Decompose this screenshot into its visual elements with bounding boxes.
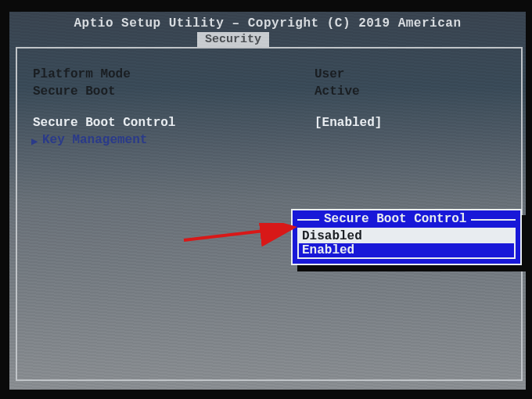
popup-title: Secure Boot Control <box>319 212 471 226</box>
tab-security[interactable]: Security <box>197 32 269 47</box>
tab-row: Security <box>9 32 526 47</box>
key-management-label: Key Management <box>33 133 315 147</box>
field-secure-boot-control[interactable]: Secure Boot Control [Enabled] <box>33 116 505 130</box>
popup-option-enabled[interactable]: Enabled <box>299 243 514 257</box>
menu-key-management[interactable]: ▶ Key Management <box>33 133 505 147</box>
platform-mode-label: Platform Mode <box>33 67 315 81</box>
submenu-arrow-icon: ▶ <box>31 135 38 148</box>
field-secure-boot: Secure Boot Active <box>33 84 505 99</box>
popup-option-disabled[interactable]: Disabled <box>299 229 514 243</box>
secure-boot-control-value: [Enabled] <box>315 116 382 130</box>
secure-boot-value: Active <box>315 84 360 99</box>
field-platform-mode: Platform Mode User <box>33 67 505 81</box>
secure-boot-control-label: Secure Boot Control <box>33 116 315 130</box>
platform-mode-value: User <box>315 67 344 81</box>
utility-title: Aptio Setup Utility – Copyright (C) 2019… <box>9 12 526 32</box>
secure-boot-control-popup: Secure Boot Control Disabled Enabled <box>291 209 522 265</box>
secure-boot-label: Secure Boot <box>33 84 315 99</box>
